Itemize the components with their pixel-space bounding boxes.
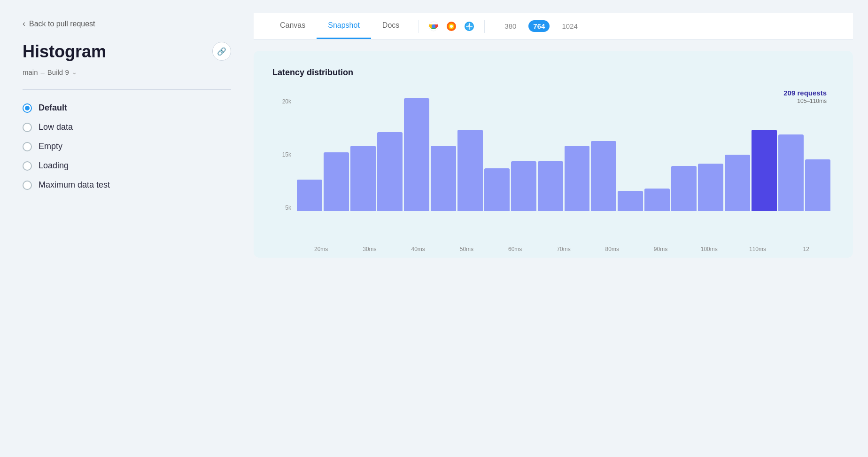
radio-circle-empty	[23, 142, 32, 151]
bar-55ms[interactable]	[484, 168, 510, 211]
x-label-110ms: 110ms	[733, 246, 782, 252]
nav-divider	[418, 20, 418, 33]
link-icon: 🔗	[217, 47, 226, 56]
svg-point-5	[450, 25, 453, 28]
top-nav: Canvas Snapshot Docs	[254, 13, 853, 39]
x-label-90ms: 90ms	[636, 246, 685, 252]
viewport-764[interactable]: 764	[528, 20, 550, 32]
x-label-100ms: 100ms	[685, 246, 733, 252]
tab-canvas[interactable]: Canvas	[269, 13, 317, 39]
x-label-12: 12	[782, 246, 830, 252]
bar-100ms[interactable]	[725, 155, 750, 211]
nav-divider-2	[484, 20, 485, 33]
x-label-30ms: 30ms	[345, 246, 394, 252]
x-label-60ms: 60ms	[491, 246, 539, 252]
bar-45ms[interactable]	[431, 146, 456, 211]
y-label-20k: 20k	[272, 98, 291, 105]
safari-icon[interactable]	[462, 19, 477, 34]
radio-label-maximum: Maximum data test	[39, 180, 110, 190]
back-arrow-icon: ‹	[23, 19, 25, 29]
bar-60ms[interactable]	[511, 161, 536, 211]
bar-80ms[interactable]	[618, 191, 643, 211]
x-label-20ms: 20ms	[297, 246, 345, 252]
radio-item-low-data[interactable]: Low data	[23, 122, 231, 132]
y-axis-labels: 5k 15k 20k	[272, 98, 291, 211]
bar-12[interactable]	[805, 159, 830, 211]
radio-item-maximum[interactable]: Maximum data test	[23, 180, 231, 190]
tooltip-requests: 209 requests	[783, 89, 827, 97]
radio-group: Default Low data Empty Loading Maximum d…	[23, 103, 231, 190]
x-label-80ms: 80ms	[588, 246, 636, 252]
y-label-15k: 15k	[272, 151, 291, 158]
bar-35ms[interactable]	[377, 132, 403, 211]
sidebar: ‹ Back to pull request Histogram 🔗 main …	[0, 0, 254, 457]
viewport-380[interactable]: 380	[500, 20, 521, 32]
bar-40ms[interactable]	[404, 98, 429, 211]
radio-label-empty: Empty	[39, 142, 62, 151]
main-content: Canvas Snapshot Docs	[254, 0, 868, 457]
viewport-sizes: 380 764 1024	[500, 20, 582, 32]
back-link-label: Back to pull request	[29, 20, 95, 28]
bar-75ms[interactable]	[591, 141, 616, 211]
chevron-down-icon[interactable]: ⌄	[72, 69, 77, 76]
radio-item-default[interactable]: Default	[23, 103, 231, 113]
radio-label-low-data: Low data	[39, 122, 73, 132]
firefox-icon[interactable]	[444, 19, 459, 34]
radio-item-loading[interactable]: Loading	[23, 161, 231, 171]
link-icon-button[interactable]: 🔗	[212, 42, 231, 61]
x-label-70ms: 70ms	[539, 246, 588, 252]
bar-110ms[interactable]	[778, 134, 804, 211]
bar-20ms[interactable]	[297, 180, 322, 211]
radio-label-default: Default	[39, 103, 67, 113]
bar-95ms[interactable]	[698, 164, 723, 211]
chart-area: 209 requests 105–110ms 5k 15k 20k 20ms 3…	[272, 89, 834, 239]
bar-65ms[interactable]	[538, 161, 563, 211]
bar-105ms[interactable]	[752, 130, 777, 211]
subtitle-separator: –	[41, 68, 45, 76]
x-axis-labels: 20ms 30ms 40ms 50ms 60ms 70ms 80ms 90ms …	[297, 246, 830, 252]
bars	[297, 98, 830, 211]
page-subtitle: main – Build 9 ⌄	[23, 68, 231, 76]
tab-snapshot[interactable]: Snapshot	[317, 13, 371, 39]
radio-label-loading: Loading	[39, 161, 69, 171]
radio-circle-low-data	[23, 123, 32, 132]
subtitle-build: Build 9	[47, 68, 69, 76]
bar-25ms[interactable]	[324, 152, 349, 211]
tab-docs[interactable]: Docs	[371, 13, 411, 39]
subtitle-branch: main	[23, 68, 38, 76]
radio-item-empty[interactable]: Empty	[23, 142, 231, 151]
browser-icons	[426, 19, 477, 34]
radio-circle-default	[23, 103, 32, 113]
viewport-1024[interactable]: 1024	[557, 20, 582, 32]
chart-container: Latency distribution 209 requests 105–11…	[254, 51, 853, 258]
bar-70ms[interactable]	[565, 146, 590, 211]
divider	[23, 89, 231, 90]
bar-90ms[interactable]	[671, 166, 697, 211]
svg-point-2	[432, 24, 435, 28]
bar-50ms[interactable]	[457, 130, 483, 211]
page-title: Histogram	[23, 42, 106, 62]
y-label-5k: 5k	[272, 205, 291, 211]
back-link[interactable]: ‹ Back to pull request	[23, 19, 231, 29]
radio-circle-maximum	[23, 181, 32, 190]
chart-title: Latency distribution	[272, 68, 834, 78]
x-label-50ms: 50ms	[442, 246, 491, 252]
bar-30ms[interactable]	[350, 146, 376, 211]
bar-85ms[interactable]	[644, 189, 670, 211]
nav-tabs: Canvas Snapshot Docs	[269, 13, 411, 39]
chrome-icon[interactable]	[426, 19, 441, 34]
x-label-40ms: 40ms	[394, 246, 442, 252]
radio-circle-loading	[23, 161, 32, 171]
